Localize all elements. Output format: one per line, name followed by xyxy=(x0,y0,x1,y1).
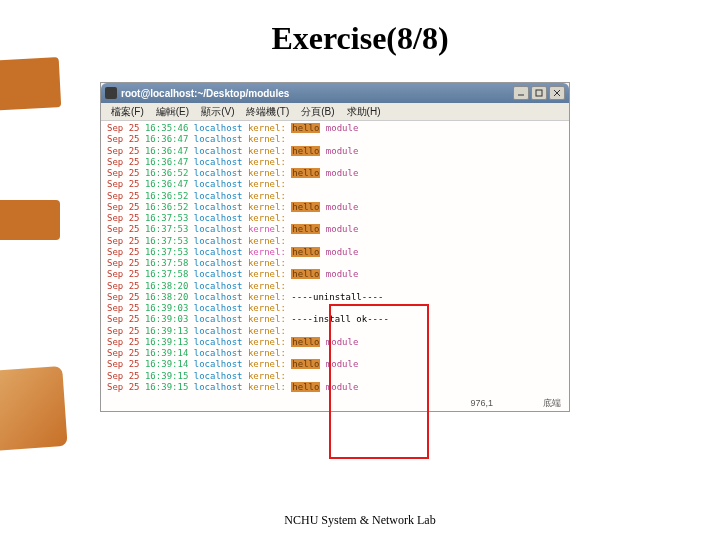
log-line: Sep 25 16:39:13 localhost kernel: xyxy=(107,326,565,337)
terminal-window: root@localhost:~/Desktop/modules 檔案(F) 編… xyxy=(100,82,570,412)
log-line: Sep 25 16:35:46 localhost kernel: hello … xyxy=(107,123,565,134)
menu-tabs[interactable]: 分頁(B) xyxy=(295,103,340,120)
log-line: Sep 25 16:38:20 localhost kernel: ----un… xyxy=(107,292,565,303)
log-line: Sep 25 16:36:47 localhost kernel: hello … xyxy=(107,146,565,157)
close-button[interactable] xyxy=(549,86,565,100)
maximize-button[interactable] xyxy=(531,86,547,100)
log-line: Sep 25 16:36:52 localhost kernel: hello … xyxy=(107,168,565,179)
log-line: Sep 25 16:39:03 localhost kernel: xyxy=(107,303,565,314)
menu-terminal[interactable]: 終端機(T) xyxy=(240,103,295,120)
terminal-icon xyxy=(105,87,117,99)
log-line: Sep 25 16:36:52 localhost kernel: hello … xyxy=(107,202,565,213)
log-line: Sep 25 16:39:13 localhost kernel: hello … xyxy=(107,337,565,348)
statusbar: 976,1 底端 xyxy=(101,395,569,411)
log-line: Sep 25 16:36:47 localhost kernel: xyxy=(107,134,565,145)
log-line: Sep 25 16:39:15 localhost kernel: xyxy=(107,371,565,382)
menu-view[interactable]: 顯示(V) xyxy=(195,103,240,120)
log-line: Sep 25 16:39:15 localhost kernel: hello … xyxy=(107,382,565,393)
log-line: Sep 25 16:39:14 localhost kernel: hello … xyxy=(107,359,565,370)
slide-decoration xyxy=(0,0,90,540)
log-line: Sep 25 16:37:53 localhost kernel: xyxy=(107,213,565,224)
slide-footer: NCHU System & Network Lab xyxy=(0,513,720,528)
log-line: Sep 25 16:38:20 localhost kernel: xyxy=(107,281,565,292)
menubar: 檔案(F) 編輯(E) 顯示(V) 終端機(T) 分頁(B) 求助(H) xyxy=(101,103,569,121)
log-line: Sep 25 16:36:47 localhost kernel: xyxy=(107,157,565,168)
log-line: Sep 25 16:37:53 localhost kernel: xyxy=(107,236,565,247)
log-line: Sep 25 16:39:14 localhost kernel: xyxy=(107,348,565,359)
slide-title: Exercise(8/8) xyxy=(0,0,720,57)
log-line: Sep 25 16:37:58 localhost kernel: xyxy=(107,258,565,269)
menu-help[interactable]: 求助(H) xyxy=(341,103,387,120)
log-line: Sep 25 16:36:52 localhost kernel: xyxy=(107,191,565,202)
log-line: Sep 25 16:37:53 localhost kernel: hello … xyxy=(107,224,565,235)
log-line: Sep 25 16:37:53 localhost kernel: hello … xyxy=(107,247,565,258)
terminal-content[interactable]: Sep 25 16:35:46 localhost kernel: hello … xyxy=(101,121,569,395)
scroll-mode: 底端 xyxy=(543,397,561,410)
window-titlebar[interactable]: root@localhost:~/Desktop/modules xyxy=(101,83,569,103)
log-line: Sep 25 16:39:03 localhost kernel: ----in… xyxy=(107,314,565,325)
menu-file[interactable]: 檔案(F) xyxy=(105,103,150,120)
minimize-button[interactable] xyxy=(513,86,529,100)
log-line: Sep 25 16:36:47 localhost kernel: xyxy=(107,179,565,190)
menu-edit[interactable]: 編輯(E) xyxy=(150,103,195,120)
svg-rect-1 xyxy=(536,90,542,96)
cursor-position: 976,1 xyxy=(470,398,493,408)
log-line: Sep 25 16:37:58 localhost kernel: hello … xyxy=(107,269,565,280)
window-title: root@localhost:~/Desktop/modules xyxy=(121,88,289,99)
